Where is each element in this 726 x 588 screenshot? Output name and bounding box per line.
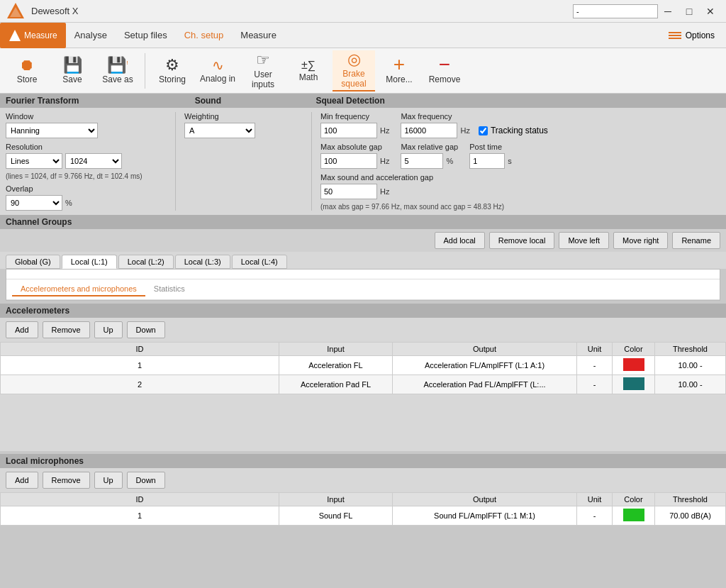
mic-add-button[interactable]: Add (6, 472, 38, 489)
resolution-value-select[interactable]: 1024 (65, 153, 122, 169)
tab-global[interactable]: Global (G) (6, 255, 60, 269)
menu-measure2[interactable]: Measure (232, 23, 285, 48)
menu-ch-setup[interactable]: Ch. setup (176, 23, 233, 48)
acc-threshold-2: 10.00 - (655, 375, 726, 394)
acc-input-2: Acceleration Pad FL (279, 375, 393, 394)
close-button[interactable]: ✕ (700, 4, 720, 19)
acc-add-button[interactable]: Add (6, 321, 38, 338)
toolbar-save-as[interactable]: 💾! Save as (96, 50, 139, 91)
mic-row-1[interactable]: 1 Sound FL Sound FL/AmplFFT (L:1 M:1) - … (1, 506, 726, 526)
accelerometers-controls: Add Remove Up Down (0, 318, 726, 342)
max-sound-acc-gap-input[interactable] (320, 184, 377, 199)
mic-down-button[interactable]: Down (127, 472, 165, 489)
resolution-type-select[interactable]: Lines (6, 153, 62, 169)
max-abs-gap-input[interactable] (320, 153, 377, 169)
min-freq-input[interactable] (320, 123, 377, 138)
acc-up-button[interactable]: Up (94, 321, 123, 338)
color-swatch-2[interactable] (623, 377, 644, 390)
menu-analyse[interactable]: Analyse (66, 23, 116, 48)
max-rel-gap-input[interactable] (401, 153, 443, 169)
toolbar-storing[interactable]: ⚙ Storing (151, 50, 194, 91)
move-left-button[interactable]: Move left (559, 232, 609, 249)
toolbar-separator-1 (145, 53, 145, 89)
mic-col-color: Color (613, 493, 655, 506)
acc-input-1: Acceleration FL (279, 356, 393, 375)
acc-remove-button[interactable]: Remove (43, 321, 90, 338)
tab-local-3[interactable]: Local (L:3) (175, 255, 230, 269)
toolbar-user-inputs[interactable]: ☞ User inputs (242, 50, 284, 91)
post-time-row: s (469, 153, 512, 169)
menu-bar: Measure Analyse Setup files Ch. setup Me… (0, 23, 726, 48)
max-freq-row: Hz Tracking status (401, 123, 547, 138)
restore-button[interactable]: □ (679, 4, 699, 19)
mic-threshold-1: 70.00 dB(A) (655, 506, 726, 526)
svg-marker-2 (9, 30, 21, 41)
menu-setup-files[interactable]: Setup files (116, 23, 176, 48)
tab-local-1[interactable]: Local (L:1) (62, 255, 117, 269)
options-button[interactable]: Options (663, 23, 720, 48)
remove-local-button[interactable]: Remove local (489, 232, 555, 249)
user-inputs-icon: ☞ (256, 52, 270, 68)
mic-output-1: Sound FL/AmplFFT (L:1 M:1) (393, 506, 577, 526)
accelerometers-empty-space (0, 394, 726, 451)
acc-col-threshold: Threshold (655, 343, 726, 356)
sub-tab-statistics[interactable]: Statistics (145, 282, 194, 296)
local-microphones-controls: Add Remove Up Down (0, 468, 726, 492)
acc-col-input: Input (279, 343, 393, 356)
tracking-status-checkbox[interactable] (479, 126, 488, 135)
mic-up-button[interactable]: Up (94, 472, 123, 489)
window-select[interactable]: Hanning (6, 123, 98, 138)
rename-button[interactable]: Rename (672, 232, 720, 249)
toolbar-analog-in[interactable]: ∿ Analog in (196, 50, 239, 91)
weighting-select[interactable]: A (184, 123, 255, 138)
channel-groups-header: Channel Groups (0, 215, 726, 229)
color-swatch-mic-1[interactable] (623, 509, 644, 521)
tab-local-2[interactable]: Local (L:2) (118, 255, 174, 269)
mic-color-1[interactable] (613, 506, 655, 526)
max-abs-gap-field: Max absolute gap Hz (320, 143, 389, 169)
acc-color-2[interactable] (613, 375, 655, 394)
overlap-select[interactable]: 90 (6, 195, 62, 211)
app-title: Dewesoft X (31, 6, 573, 16)
toolbar-save[interactable]: 💾 Save (51, 50, 94, 91)
move-right-button[interactable]: Move right (613, 232, 668, 249)
acc-row-2[interactable]: 2 Acceleration Pad FL Acceleration Pad F… (1, 375, 726, 394)
analog-in-icon: ∿ (212, 58, 224, 72)
max-abs-gap-row: Hz (320, 153, 389, 169)
acc-down-button[interactable]: Down (127, 321, 165, 338)
toolbar: ⏺ Store 💾 Save 💾! Save as ⚙ Storing ∿ An… (0, 48, 726, 94)
toolbar-more[interactable]: + More... (378, 50, 420, 91)
max-rel-gap-row: % (401, 153, 458, 169)
toolbar-store[interactable]: ⏺ Store (6, 50, 48, 91)
tab-content: Accelerometers and microphones Statistic… (6, 269, 720, 301)
post-time-input[interactable] (469, 153, 505, 169)
color-swatch-1[interactable] (623, 358, 644, 371)
max-freq-field: Max frequency Hz Tracking status (401, 112, 547, 138)
acc-color-1[interactable] (613, 356, 655, 375)
overlap-row: 90 % (6, 195, 167, 211)
toolbar-math[interactable]: ±∑ Math (287, 50, 330, 91)
overlap-field: Overlap 90 % (6, 184, 167, 211)
acc-row-1[interactable]: 1 Acceleration FL Acceleration FL/AmplFF… (1, 356, 726, 375)
mic-col-input: Input (279, 493, 393, 506)
title-bar-input[interactable] (573, 4, 658, 18)
add-local-button[interactable]: Add local (435, 232, 485, 249)
toolbar-remove[interactable]: − Remove (423, 50, 466, 91)
tab-local-4[interactable]: Local (L:4) (232, 255, 287, 269)
menu-measure[interactable]: Measure (0, 23, 66, 48)
acc-output-2: Acceleration Pad FL/AmplFFT (L:... (393, 375, 577, 394)
sub-tab-accelerometers[interactable]: Accelerometers and microphones (12, 282, 145, 296)
weighting-field: Weighting A (184, 112, 303, 138)
mic-unit-1: - (577, 506, 613, 526)
more-icon: + (393, 57, 405, 72)
mic-remove-button[interactable]: Remove (43, 472, 90, 489)
minimize-button[interactable]: ─ (658, 4, 678, 19)
acc-col-color: Color (613, 343, 655, 356)
toolbar-brake-squeal[interactable]: ◎ Brake squeal (333, 50, 375, 91)
mic-col-id: ID (1, 493, 279, 506)
mic-col-output: Output (393, 493, 577, 506)
max-freq-input[interactable] (401, 123, 457, 138)
min-freq-field: Min frequency Hz (320, 112, 389, 138)
mic-id-1: 1 (1, 506, 279, 526)
title-bar: Dewesoft X ─ □ ✕ (0, 0, 726, 23)
